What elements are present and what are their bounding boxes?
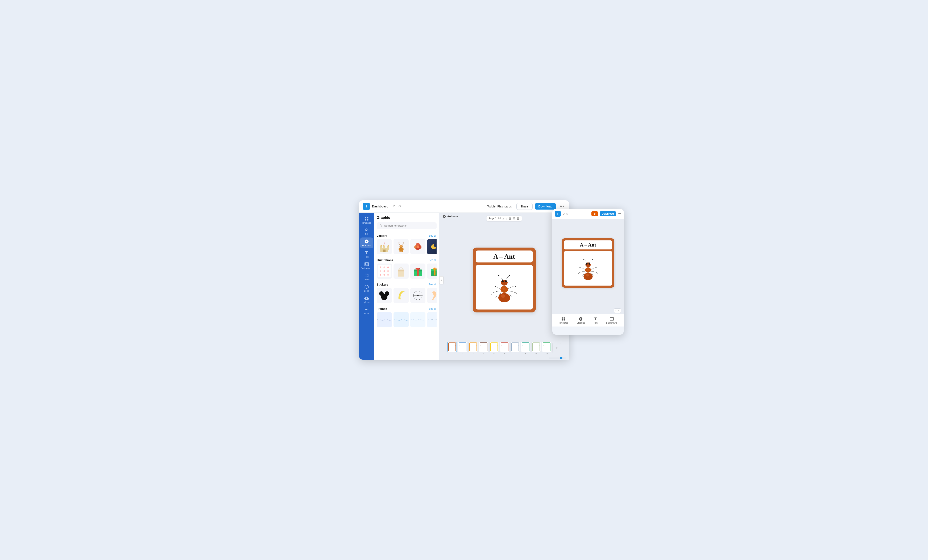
download-button[interactable]: Download [535,203,556,210]
svg-point-80 [583,259,584,260]
svg-point-35 [380,266,381,268]
graphic-panel: Graphic Vectors See all [374,213,439,360]
sidebar-item-uploads[interactable]: Uploads [360,294,373,305]
zoom-handle[interactable] [560,357,562,359]
search-bar[interactable] [377,222,437,229]
animate-button[interactable]: Animate [443,215,458,218]
thumbnail-9[interactable] [531,342,541,352]
graphic-item-mickey[interactable] [377,288,392,303]
sidebar-item-text-label: Text [365,256,368,258]
graphic-item-package[interactable] [427,263,437,278]
graphic-item-frame2[interactable] [394,312,409,327]
thumbnail-6[interactable] [500,342,509,352]
graphic-item-banana[interactable] [394,288,409,303]
collapse-panel-button[interactable]: ‹ [439,276,444,284]
svg-point-39 [383,270,385,272]
sidebar-item-tables[interactable]: Tables [360,271,373,282]
frames-see-all[interactable]: See all [429,307,437,310]
sidebar-item-uploads-label: Uploads [363,301,370,303]
thumbnail-num-7: 7 [514,353,516,355]
svg-rect-2 [365,219,366,220]
thumbnail-2[interactable] [458,342,467,352]
thumbnail-5[interactable] [490,342,499,352]
sidebar-item-logo[interactable]: Logo [360,283,373,294]
graphic-item-frame4[interactable] [427,312,437,327]
sidebar-item-logo-label: Logo [364,290,369,292]
thumbnail-num-5: 5 [493,353,495,355]
graphic-item-dots[interactable] [377,263,392,278]
thumbnail-3[interactable] [469,342,478,352]
mobile-canvas[interactable]: A – Ant [553,219,624,307]
mobile-undo-button[interactable]: ↺ [562,212,565,215]
sidebar-item-graphics[interactable]: Graphics [360,237,373,248]
sidebar-item-fill[interactable]: Fill [360,226,373,237]
illustrations-title: Illustrations [377,259,393,262]
svg-point-40 [387,270,389,272]
thumbnail-10[interactable] [542,342,551,352]
graphic-item-gift[interactable] [410,263,426,278]
svg-point-69 [502,280,504,282]
frames-grid: › [377,312,437,327]
thumbnail-1[interactable] [447,342,457,352]
vectors-see-all[interactable]: See all [429,234,437,237]
svg-point-22 [400,246,401,246]
stickers-grid: › [377,288,437,303]
mobile-nav-templates[interactable]: Templates [559,317,568,324]
sidebar-item-templates[interactable]: Templates [360,215,373,226]
animate-icon [443,215,446,218]
sidebar-item-more-label: More [364,312,369,315]
page-up-button[interactable]: ∧ [502,217,504,220]
sidebar-item-background[interactable]: Background [360,260,373,271]
thumbnail-num-4: 4 [483,353,484,355]
mobile-nav-text[interactable]: Text [594,317,598,324]
graphic-item-bag[interactable] [394,263,409,278]
mobile-graphics-icon [578,317,583,321]
graphic-item-deer[interactable] [394,239,409,254]
flashcard-main[interactable]: A – Ant [473,248,536,312]
thumbnail-num-9: 9 [536,353,537,355]
share-button[interactable]: Share [516,203,533,210]
mobile-nav-background[interactable]: Background [606,317,617,324]
svg-line-61 [415,292,417,295]
sidebar-item-text[interactable]: Text [360,249,373,260]
graphic-item-frame1[interactable] [377,312,392,327]
mobile-window: T ↺ ↻ ♛ Download ••• A – Ant [553,209,624,335]
canvas-viewport[interactable]: A – Ant [439,220,569,340]
mobile-flashcard[interactable]: A – Ant [562,238,614,288]
svg-rect-1 [367,217,368,218]
main-body: Templates Fill Graphics [359,213,569,360]
svg-rect-16 [388,245,389,247]
graphic-item-wheel[interactable] [410,288,426,303]
thumbnail-4[interactable] [479,342,488,352]
svg-rect-86 [562,319,563,320]
undo-button[interactable]: ↺ [392,204,397,209]
vectors-section-header: Vectors See all [377,234,437,237]
thumbnail-8[interactable] [521,342,530,352]
delete-page-button[interactable]: 🗑 [516,216,520,220]
graphic-item-castle[interactable] [377,239,392,254]
mobile-download-button[interactable]: Download [600,211,616,216]
mobile-nav-templates-label: Templates [559,322,568,324]
graphic-item-moon[interactable] [427,239,437,254]
search-input[interactable] [384,224,434,227]
mobile-premium-button[interactable]: ♛ [591,211,598,216]
duplicate-page-button[interactable]: ⧉ [513,216,515,220]
sidebar-item-more[interactable]: More [360,306,373,317]
graphic-item-frame3[interactable] [410,312,426,327]
mobile-nav-graphics[interactable]: Graphics [577,317,585,324]
stickers-see-all[interactable]: See all [429,283,437,286]
graphic-item-leg[interactable] [427,288,437,303]
mobile-more-button[interactable]: ••• [618,212,621,216]
add-page-icon-button[interactable]: ⊞ [509,216,511,221]
redo-button[interactable]: ↻ [397,204,402,209]
svg-rect-11 [380,245,380,247]
page-down-button[interactable]: ∨ [505,217,508,220]
zoom-slider[interactable] [549,358,566,358]
thumbnail-7[interactable] [511,342,520,352]
sidebar-nav: Templates Fill Graphics [359,213,374,360]
add-page-button[interactable]: + [553,343,561,353]
mobile-redo-button[interactable]: ↻ [566,212,568,215]
graphic-item-leaf[interactable] [410,239,426,254]
svg-point-36 [383,266,385,268]
illustrations-see-all[interactable]: See all [429,259,437,262]
